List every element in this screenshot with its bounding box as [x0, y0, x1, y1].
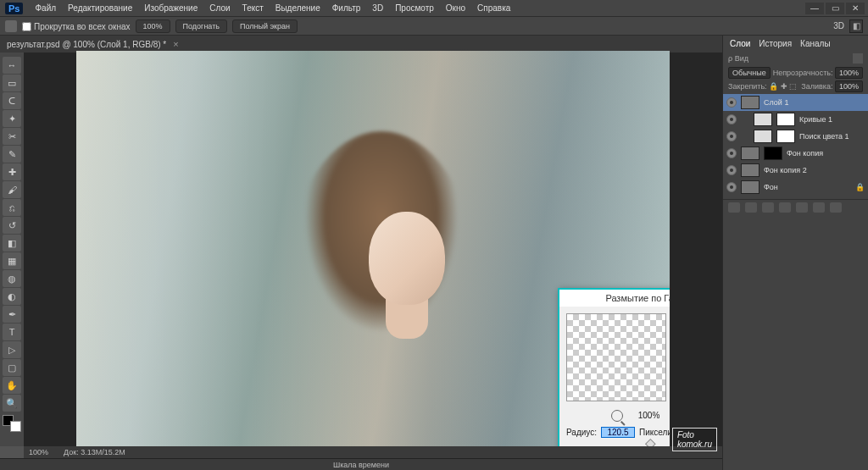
timeline-panel[interactable]: Шкала времени	[0, 458, 722, 470]
visibility-icon[interactable]	[726, 97, 737, 108]
history-brush-tool[interactable]: ↺	[3, 217, 21, 234]
menu-help[interactable]: Справка	[477, 3, 510, 13]
tab-layers[interactable]: Слои	[730, 39, 750, 48]
menu-view[interactable]: Просмотр	[395, 3, 434, 13]
layer-name[interactable]: Фон копия	[787, 149, 865, 158]
scroll-all-checkbox[interactable]: Прокрутка во всех окнах	[22, 22, 131, 31]
dialog-titlebar[interactable]: Размытие по Гауссу ×	[559, 290, 670, 307]
gradient-tool[interactable]: ▦	[3, 252, 21, 269]
heal-tool[interactable]: ✚	[3, 163, 21, 180]
maximize-button[interactable]: ▭	[826, 3, 844, 14]
new-layer-icon[interactable]	[813, 202, 825, 213]
pen-tool[interactable]: ✒	[3, 306, 21, 323]
dialog-preview[interactable]	[566, 313, 666, 401]
blur-tool[interactable]: ◍	[3, 270, 21, 287]
tab-history[interactable]: История	[759, 39, 792, 48]
collapse-options-icon[interactable]: ◧	[849, 19, 863, 33]
opacity-value[interactable]: 100%	[835, 67, 863, 79]
group-icon[interactable]	[796, 202, 808, 213]
wand-tool[interactable]: ✦	[3, 110, 21, 127]
brush-tool[interactable]: 🖌	[3, 181, 21, 198]
layer-row[interactable]: Фон копия	[723, 145, 868, 162]
layer-mask-thumb[interactable]	[764, 147, 782, 160]
layer-row[interactable]: Кривые 1	[723, 111, 868, 128]
dodge-tool[interactable]: ◐	[3, 288, 21, 305]
hand-tool[interactable]: ✋	[3, 377, 21, 394]
path-tool[interactable]: ▷	[3, 341, 21, 358]
menu-select[interactable]: Выделение	[275, 3, 320, 13]
blend-mode-select[interactable]: Обычные	[728, 67, 771, 79]
layer-name[interactable]: Кривые 1	[799, 115, 865, 124]
delete-layer-icon[interactable]	[830, 202, 842, 213]
menu-3d[interactable]: 3D	[372, 3, 383, 13]
layer-panel-footer	[723, 199, 868, 215]
status-zoom[interactable]: 100%	[29, 448, 48, 456]
layer-thumb[interactable]	[741, 147, 760, 160]
document-title: результат.psd @ 100% (Слой 1, RGB/8) *	[7, 40, 166, 49]
visibility-icon[interactable]	[726, 165, 737, 175]
tab-channels[interactable]: Каналы	[800, 39, 831, 48]
visibility-icon[interactable]	[726, 131, 737, 141]
app-logo: Ps	[5, 3, 23, 14]
menu-edit[interactable]: Редактирование	[68, 3, 132, 13]
adjustment-icon[interactable]	[754, 113, 772, 126]
layer-name[interactable]: Поиск цвета 1	[799, 132, 865, 141]
menu-text[interactable]: Текст	[242, 3, 264, 13]
crop-tool[interactable]: ✂	[3, 128, 21, 145]
adjustment-icon[interactable]	[754, 130, 772, 143]
layer-thumb[interactable]	[741, 180, 760, 194]
layer-list: Слой 1 Кривые 1 Поиск цвета 1 Фон копия …	[723, 92, 868, 197]
fx-icon[interactable]	[745, 202, 757, 213]
zoom-level-button[interactable]: 100%	[136, 19, 170, 33]
tab-close-icon[interactable]: ×	[173, 39, 178, 49]
menu-window[interactable]: Окно	[446, 3, 465, 13]
zoom-out-icon[interactable]	[611, 410, 623, 422]
layer-thumb[interactable]	[741, 96, 760, 109]
layer-mask-thumb[interactable]	[776, 130, 795, 143]
adjustment-layer-icon[interactable]	[779, 202, 791, 213]
menu-layers[interactable]: Слои	[209, 3, 230, 13]
minimize-button[interactable]: —	[805, 3, 824, 14]
layer-row[interactable]: Фон 🔒	[723, 179, 868, 196]
layer-name[interactable]: Фон	[764, 183, 851, 191]
menu-file[interactable]: Файл	[35, 3, 56, 13]
fit-button[interactable]: Подогнать	[175, 19, 227, 33]
layer-name[interactable]: Фон копия 2	[764, 166, 865, 174]
layer-row[interactable]: Поиск цвета 1	[723, 128, 868, 145]
layer-row[interactable]: Фон копия 2	[723, 162, 868, 179]
menu-filter[interactable]: Фильтр	[332, 3, 361, 13]
close-button[interactable]: ✕	[846, 3, 865, 14]
lasso-tool[interactable]: ᑕ	[3, 92, 21, 109]
watermark: Foto komok.ru	[672, 428, 717, 451]
menu-image[interactable]: Изображение	[144, 3, 198, 13]
eyedropper-tool[interactable]: ✎	[3, 146, 21, 163]
link-layers-icon[interactable]	[728, 202, 740, 213]
shape-tool[interactable]: ▢	[3, 359, 21, 376]
fill-value[interactable]: 100%	[835, 80, 863, 92]
fullscreen-button[interactable]: Полный экран	[232, 19, 298, 33]
eraser-tool[interactable]: ◧	[3, 235, 21, 252]
visibility-icon[interactable]	[726, 182, 737, 192]
marquee-tool[interactable]: ▭	[3, 75, 21, 91]
layer-thumb[interactable]	[741, 163, 760, 177]
layer-mask-thumb[interactable]	[776, 113, 795, 126]
dialog-title: Размытие по Гауссу	[605, 293, 670, 303]
stamp-tool[interactable]: ⎌	[3, 199, 21, 216]
hand-tool-icon[interactable]	[5, 20, 17, 32]
document-canvas[interactable]: Размытие по Гауссу × OK Сбросить Просмот…	[76, 51, 670, 449]
right-panels: Слои История Каналы ρ Вид Обычные Непроз…	[722, 36, 868, 470]
visibility-icon[interactable]	[726, 148, 737, 158]
visibility-icon[interactable]	[726, 114, 737, 124]
filter-icon[interactable]	[853, 53, 863, 64]
options-bar: Прокрутка во всех окнах 100% Подогнать П…	[0, 17, 868, 36]
text-tool[interactable]: T	[3, 323, 21, 340]
color-swatch[interactable]	[3, 415, 21, 432]
layer-row[interactable]: Слой 1	[723, 94, 868, 111]
subject-portrait	[271, 131, 492, 436]
zoom-tool[interactable]: 🔍	[3, 395, 21, 412]
move-tool[interactable]: ↔	[3, 57, 21, 74]
radius-input[interactable]	[601, 427, 635, 438]
layer-name[interactable]: Слой 1	[764, 98, 865, 107]
mask-icon[interactable]	[762, 202, 774, 213]
status-docsize[interactable]: Док: 3.13M/15.2M	[64, 448, 125, 456]
